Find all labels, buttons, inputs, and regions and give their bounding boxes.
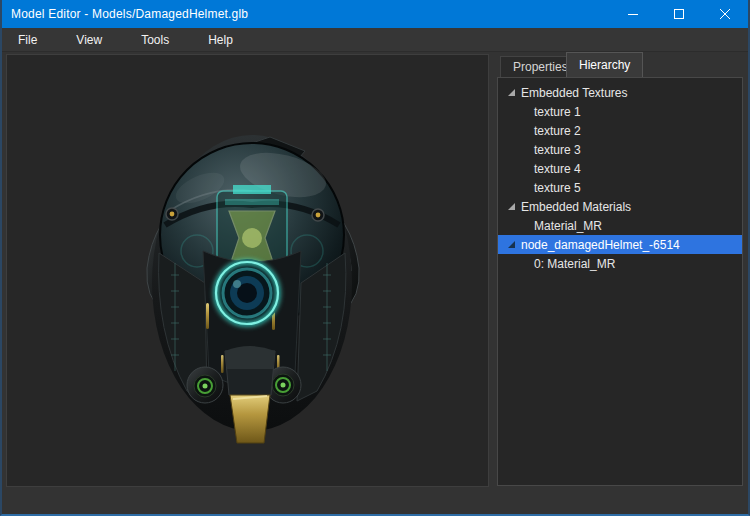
tree-item-label: Embedded Materials <box>521 200 631 214</box>
jaw-pod-left <box>187 367 223 403</box>
tree-item-texture-5[interactable]: texture 5 <box>498 178 742 197</box>
maximize-button[interactable] <box>656 0 702 28</box>
status-bar <box>2 490 748 514</box>
menu-bar: File View Tools Help <box>2 28 748 52</box>
app-window: Model Editor - Models/DamagedHelmet.glb … <box>0 0 750 516</box>
window-controls <box>610 0 748 28</box>
right-panel: Properties Hierarchy Embedded Textures t… <box>495 52 745 488</box>
minimize-icon <box>628 9 638 19</box>
hierarchy-tree: Embedded Textures texture 1 texture 2 te… <box>497 77 743 486</box>
tree-item-node-damagedhelmet[interactable]: node_damagedHelmet_-6514 <box>498 235 742 254</box>
gold-slit-left <box>206 303 209 329</box>
tree-item-label: 0: Material_MR <box>534 257 615 271</box>
tab-hierarchy[interactable]: Hierarchy <box>566 52 643 77</box>
tab-strip: Properties Hierarchy <box>495 52 745 77</box>
window-title: Model Editor - Models/DamagedHelmet.glb <box>2 7 248 21</box>
tree-item-label: node_damagedHelmet_-6514 <box>521 238 680 252</box>
menu-tools[interactable]: Tools <box>129 29 181 51</box>
tree-item-label: texture 3 <box>534 143 581 157</box>
tree-item-texture-3[interactable]: texture 3 <box>498 140 742 159</box>
menu-view[interactable]: View <box>64 29 114 51</box>
maximize-icon <box>674 9 684 19</box>
model-viewport[interactable] <box>6 54 489 487</box>
front-lens-ring <box>213 259 281 327</box>
tree-item-label: texture 1 <box>534 105 581 119</box>
expander-icon[interactable] <box>508 203 515 210</box>
rim-bolt-right <box>312 209 324 221</box>
tree-item-label: texture 5 <box>534 181 581 195</box>
chin-gold <box>230 395 270 443</box>
damaged-helmet-model <box>145 133 361 455</box>
minimize-button[interactable] <box>610 0 656 28</box>
close-button[interactable] <box>702 0 748 28</box>
title-bar[interactable]: Model Editor - Models/DamagedHelmet.glb <box>2 0 748 28</box>
tree-item-texture-2[interactable]: texture 2 <box>498 121 742 140</box>
tree-item-embedded-materials[interactable]: Embedded Materials <box>498 197 742 216</box>
gold-slit-lower-left <box>221 355 224 373</box>
close-icon <box>720 9 730 19</box>
rim-bolt-left <box>166 208 178 220</box>
expander-icon[interactable] <box>508 89 515 96</box>
tree-item-texture-4[interactable]: texture 4 <box>498 159 742 178</box>
tree-item-label: Embedded Textures <box>521 86 628 100</box>
tree-item-embedded-textures[interactable]: Embedded Textures <box>498 83 742 102</box>
tree-item-label: texture 4 <box>534 162 581 176</box>
tree-item-texture-1[interactable]: texture 1 <box>498 102 742 121</box>
main-area: Properties Hierarchy Embedded Textures t… <box>2 52 748 488</box>
tree-item-material-mr[interactable]: Material_MR <box>498 216 742 235</box>
menu-help[interactable]: Help <box>196 29 245 51</box>
tree-item-0-material-mr[interactable]: 0: Material_MR <box>498 254 742 273</box>
expander-icon[interactable] <box>508 241 515 248</box>
tree-item-label: Material_MR <box>534 219 602 233</box>
menu-file[interactable]: File <box>6 29 49 51</box>
tree-item-label: texture 2 <box>534 124 581 138</box>
